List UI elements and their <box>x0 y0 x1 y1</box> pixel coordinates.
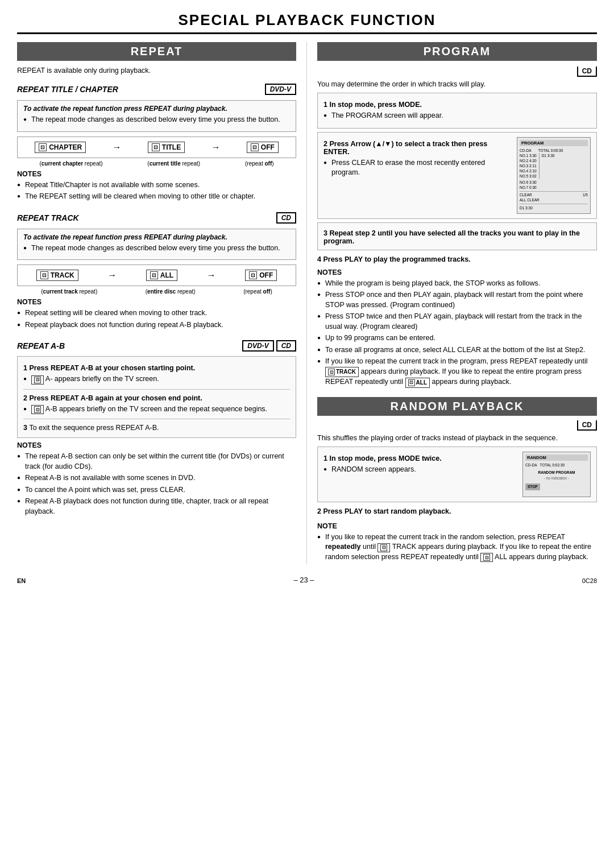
chapter-badge: ⊡ CHAPTER <box>35 142 86 153</box>
all-caption: (entire disc repeat) <box>146 288 196 295</box>
repeat-ab-subtitle: REPEAT A-B DVD-V CD <box>17 341 296 350</box>
note-label-random: NOTE <box>317 522 597 530</box>
off-badge-title: ⊡ OFF <box>247 142 279 153</box>
program-intro: You may determine the order in which tra… <box>317 80 597 88</box>
program-step1-bold: In stop mode, press MODE. <box>329 101 422 109</box>
ab-step1-bold: Press REPEAT A-B at your chosen starting… <box>29 364 195 372</box>
all-badge: ⊡ ALL <box>146 270 177 281</box>
page-title: SPECIAL PLAYBACK FUNCTION <box>17 11 597 34</box>
track-note1: Repeat setting will be cleared when movi… <box>17 308 296 319</box>
program-note2: Press STOP once and then PLAY again, pla… <box>317 290 597 310</box>
program-header: PROGRAM <box>317 42 597 61</box>
ab-step1-bullet: ⊡ A- appears briefly on the TV screen. <box>23 374 290 385</box>
chapter-caption: (current chapter repeat) <box>39 160 102 167</box>
footer: EN – 23 – 0C28 <box>17 576 597 584</box>
footer-code: 0C28 <box>582 577 597 584</box>
track-caption: (current track repeat) <box>41 288 97 295</box>
ab-step2-bullet: ⊡ A-B appears briefly on the TV screen a… <box>23 404 290 415</box>
random-step2-row: 2 Press PLAY to start random playback. <box>317 506 597 519</box>
repeat-track-activate-box: To activate the repeat function press RE… <box>17 229 296 261</box>
ab-note2: Repeat A-B is not available with some sc… <box>17 473 296 483</box>
ab-note1: The repeat A-B section can only be set w… <box>17 452 296 472</box>
repeat-title-activate-text: To activate the repeat function press RE… <box>23 105 290 113</box>
off-caption-track: (repeat off) <box>243 288 272 295</box>
ab-step2-bold: Press REPEAT A-B again at your chosen en… <box>29 394 202 402</box>
program-step2-bold: Press Arrow (▲/▼) to select a track then… <box>323 140 487 156</box>
chapter-flow-diagram: ⊡ CHAPTER → ⊡ TITLE → ⊡ OFF <box>17 137 296 158</box>
program-step4-bold: Press PLAY to play the programmed tracks… <box>323 255 470 263</box>
random-step1-bold: In stop mode, press MODE twice. <box>329 454 441 462</box>
repeat-track-bullet1: The repeat mode changes as described bel… <box>23 243 290 254</box>
random-step1-bullet: RANDOM screen appears. <box>323 465 591 475</box>
off-badge-track: ⊡ OFF <box>245 270 277 281</box>
program-step2-box: PROGRAM CD-DA TOTAL 0:00:30 NO.1 3:30 NO… <box>317 132 597 219</box>
repeat-title-activate-box: To activate the repeat function press RE… <box>17 100 296 132</box>
repeat-track-subtitle: REPEAT TRACK CD <box>17 213 296 222</box>
dvd-v-badge-ab: DVD-V <box>242 340 273 352</box>
repeat-title-chapter-subtitle: REPEAT TITLE / CHAPTER DVD-V <box>17 85 296 94</box>
cd-badge-track: CD <box>276 212 296 224</box>
random-intro: This shuffles the playing order of track… <box>317 434 597 442</box>
ab-note3: To cancel the A point which was set, pre… <box>17 485 296 495</box>
track-flow-diagram: ⊡ TRACK → ⊡ ALL → ⊡ OFF <box>17 264 296 286</box>
program-step3-bold: Repeat step 2 until you have selected al… <box>323 229 580 245</box>
repeat-intro: REPEAT is available only during playback… <box>17 67 296 75</box>
ab-step3: To exit the sequence press REPEAT A-B. <box>29 424 159 432</box>
title-note1: Repeat Title/Chapter is not available wi… <box>17 180 296 191</box>
program-note1: While the program is being played back, … <box>317 279 597 289</box>
random-note1: If you like to repeat the current track … <box>317 532 597 563</box>
title-caption: (current title repeat) <box>147 160 200 167</box>
program-note3: Press STOP twice and then PLAY again, pl… <box>317 312 597 332</box>
random-section: RANDOM PLAYBACK CD This shuffles the pla… <box>317 397 597 563</box>
random-step1-box: RANDOM CD-DA TOTAL 0:02:30 RANDOM PROGRA… <box>317 447 597 502</box>
program-step1-box: 1 In stop mode, press MODE. The PROGRAM … <box>317 93 597 129</box>
footer-page: – 23 – <box>26 576 582 584</box>
random-step2-bold: Press PLAY to start random playback. <box>323 507 451 515</box>
cd-badge-random: CD <box>577 420 597 431</box>
dvd-v-badge: DVD-V <box>265 84 296 95</box>
title-badge: ⊡ TITLE <box>148 142 185 153</box>
repeat-header: REPEAT <box>17 42 296 61</box>
program-step1-bullet: The PROGRAM screen will appear. <box>323 111 591 121</box>
random-header: RANDOM PLAYBACK <box>317 397 597 416</box>
program-step3-box: 3 Repeat step 2 until you have selected … <box>317 222 597 250</box>
notes-label-title: NOTES <box>17 170 296 178</box>
ab-note4: Repeat A-B playback does not function du… <box>17 497 296 516</box>
cd-badge-program: CD <box>577 67 597 77</box>
program-step4-row: 4 Press PLAY to play the programmed trac… <box>317 254 597 265</box>
cd-badge-ab: CD <box>276 340 296 352</box>
title-note2: The REPEAT setting will be cleared when … <box>17 192 296 202</box>
repeat-track-activate-text: To activate the repeat function press RE… <box>23 233 290 241</box>
track-note2: Repeat playback does not function during… <box>17 320 296 330</box>
notes-label-track: NOTES <box>17 298 296 306</box>
program-note5: To erase all programs at once, select AL… <box>317 345 597 356</box>
program-note4: Up to 99 programs can be entered. <box>317 333 597 344</box>
track-badge: ⊡ TRACK <box>36 270 78 281</box>
program-note6: If you like to repeat the current track … <box>317 357 597 388</box>
off-caption-title: (repeat off) <box>245 160 274 167</box>
repeat-ab-box: 1 Press REPEAT A-B at your chosen starti… <box>17 356 296 438</box>
program-step2-bullet: Press CLEAR to erase the most recently e… <box>323 158 591 178</box>
notes-label-program: NOTES <box>317 268 597 276</box>
notes-label-ab: NOTES <box>17 441 296 449</box>
footer-en: EN <box>17 577 26 584</box>
repeat-title-bullet1: The repeat mode changes as described bel… <box>23 115 290 125</box>
